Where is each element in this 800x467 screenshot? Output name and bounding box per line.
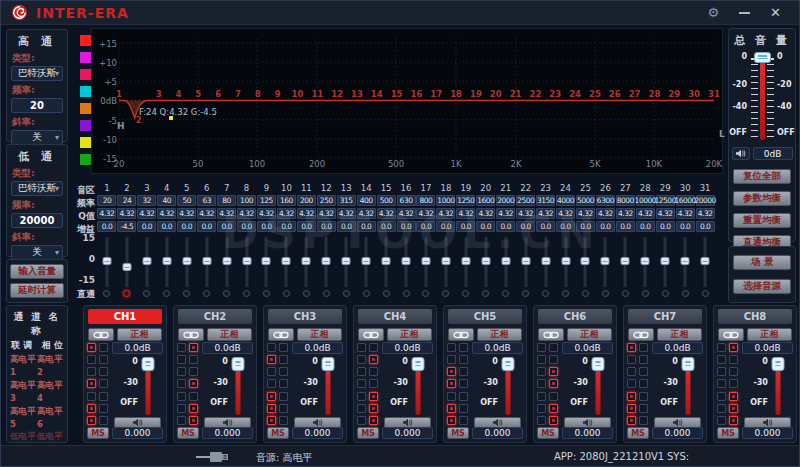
bypass-radio[interactable] xyxy=(662,290,669,297)
q-cell[interactable]: 4.32 xyxy=(596,208,615,219)
slider-handle[interactable] xyxy=(421,257,430,265)
input-checkbox[interactable] xyxy=(729,355,738,364)
channel-volume-slider[interactable] xyxy=(681,357,695,415)
input-checkbox[interactable] xyxy=(177,355,186,364)
gain-cell[interactable]: 0.0 xyxy=(277,221,296,232)
eq-band-slider[interactable] xyxy=(177,236,197,288)
gain-cell[interactable]: 0.0 xyxy=(596,221,615,232)
reset-eq-button[interactable]: 重置均衡 xyxy=(733,213,791,228)
input-checkbox[interactable] xyxy=(369,404,378,413)
channel-volume-slider[interactable] xyxy=(141,357,155,415)
q-cell[interactable]: 4.32 xyxy=(97,208,116,219)
slider-handle[interactable] xyxy=(142,257,151,265)
bypass-radio[interactable] xyxy=(383,290,390,297)
input-checkbox[interactable] xyxy=(279,343,288,352)
slider-handle[interactable] xyxy=(362,257,371,265)
input-checkbox[interactable] xyxy=(369,343,378,352)
eq-band-slider[interactable] xyxy=(376,236,396,288)
channel-header[interactable]: CH4 xyxy=(358,309,432,324)
select-source-button[interactable]: 选择音源 xyxy=(733,279,791,294)
input-checkbox[interactable] xyxy=(549,379,558,388)
eq-band-slider[interactable] xyxy=(675,236,695,288)
input-checkbox[interactable] xyxy=(357,416,366,425)
input-checkbox[interactable] xyxy=(357,355,366,364)
channel-header[interactable]: CH1 xyxy=(88,309,162,324)
gain-cell[interactable]: 0.0 xyxy=(217,221,236,232)
channel-delay-value[interactable]: 0.000 xyxy=(652,427,703,439)
freq-cell[interactable]: 4000 xyxy=(556,195,575,206)
input-checkbox[interactable] xyxy=(459,355,468,364)
input-checkbox[interactable] xyxy=(729,416,738,425)
input-checkbox[interactable] xyxy=(537,416,546,425)
lp-slope-select[interactable]: 关▾ xyxy=(11,245,63,260)
eq-band-slider[interactable] xyxy=(576,236,596,288)
master-volume-value[interactable]: 0dB xyxy=(753,147,793,160)
input-checkbox[interactable] xyxy=(279,367,288,376)
slider-handle[interactable] xyxy=(182,257,191,265)
freq-cell[interactable]: 2500 xyxy=(516,195,535,206)
freq-cell[interactable]: 20000 xyxy=(696,195,715,206)
bypass-radio[interactable] xyxy=(203,290,210,297)
gain-cell[interactable]: 0.0 xyxy=(397,221,416,232)
input-checkbox[interactable] xyxy=(627,367,636,376)
channel-volume-slider[interactable] xyxy=(591,357,605,415)
input-checkbox[interactable] xyxy=(549,355,558,364)
channel-volume-slider[interactable] xyxy=(501,357,515,415)
phase-button[interactable]: 正相 xyxy=(657,328,702,341)
slider-handle[interactable] xyxy=(521,257,530,265)
freq-cell[interactable]: 125 xyxy=(257,195,276,206)
parametric-eq-button[interactable]: 参数均衡 xyxy=(733,191,791,206)
input-checkbox[interactable] xyxy=(99,404,108,413)
q-cell[interactable]: 4.32 xyxy=(436,208,455,219)
eq-band-slider[interactable] xyxy=(137,236,157,288)
gain-cell[interactable]: 0.0 xyxy=(576,221,595,232)
input-checkbox[interactable] xyxy=(279,416,288,425)
eq-band-slider[interactable] xyxy=(695,236,715,288)
channel-color-swatch[interactable] xyxy=(80,52,91,63)
phase-button[interactable]: 正相 xyxy=(567,328,612,341)
bypass-radio[interactable] xyxy=(163,290,170,297)
input-checkbox[interactable] xyxy=(447,343,456,352)
gain-cell[interactable]: 0.0 xyxy=(177,221,196,232)
slider-handle[interactable] xyxy=(382,257,391,265)
slider-handle[interactable] xyxy=(322,257,331,265)
channel-delay-value[interactable]: 0.000 xyxy=(472,427,523,439)
highpass-marker[interactable]: H xyxy=(117,121,125,131)
input-checkbox[interactable] xyxy=(639,367,648,376)
freq-cell[interactable]: 24 xyxy=(117,195,136,206)
channel-header[interactable]: CH8 xyxy=(718,309,792,324)
freq-cell[interactable]: 32 xyxy=(137,195,156,206)
q-cell[interactable]: 4.32 xyxy=(177,208,196,219)
bypass-radio[interactable] xyxy=(143,290,150,297)
input-checkbox[interactable] xyxy=(279,392,288,401)
input-checkbox[interactable] xyxy=(717,379,726,388)
gain-cell[interactable]: 0.0 xyxy=(476,221,495,232)
eq-band-slider[interactable] xyxy=(536,236,556,288)
slider-handle[interactable] xyxy=(591,357,604,371)
input-checkbox[interactable] xyxy=(537,404,546,413)
q-cell[interactable]: 4.32 xyxy=(656,208,675,219)
input-checkbox[interactable] xyxy=(537,379,546,388)
master-volume-handle[interactable] xyxy=(754,52,771,63)
input-checkbox[interactable] xyxy=(357,379,366,388)
input-checkbox[interactable] xyxy=(99,379,108,388)
q-cell[interactable]: 4.32 xyxy=(576,208,595,219)
input-checkbox[interactable] xyxy=(549,392,558,401)
slider-handle[interactable] xyxy=(771,357,784,371)
slider-handle[interactable] xyxy=(302,257,311,265)
channel-header[interactable]: CH7 xyxy=(628,309,702,324)
input-checkbox[interactable] xyxy=(267,392,276,401)
input-checkbox[interactable] xyxy=(357,367,366,376)
freq-cell[interactable]: 800 xyxy=(416,195,435,206)
input-checkbox[interactable] xyxy=(177,392,186,401)
bypass-radio[interactable] xyxy=(622,290,629,297)
eq-band-slider[interactable] xyxy=(635,236,655,288)
eq-band-slider[interactable] xyxy=(117,236,137,288)
bypass-radio[interactable] xyxy=(303,290,310,297)
gain-cell[interactable]: 0.0 xyxy=(656,221,675,232)
channel-volume-slider[interactable] xyxy=(411,357,425,415)
eq-band-slider[interactable] xyxy=(556,236,576,288)
channel-delay-value[interactable]: 0.000 xyxy=(562,427,613,439)
gain-cell[interactable]: 0.0 xyxy=(676,221,695,232)
graph-plot-area[interactable]: 1234567891011121314151617181920212223242… xyxy=(119,37,714,159)
